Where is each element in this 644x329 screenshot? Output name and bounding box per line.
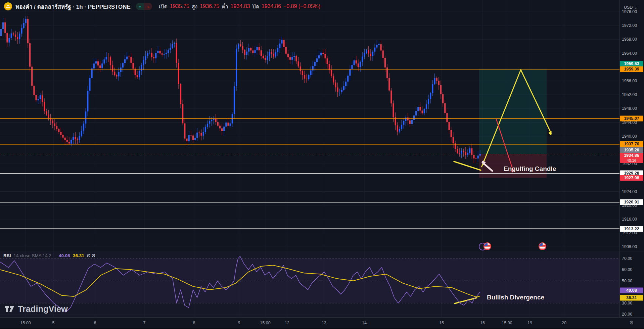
rsi-level-label: 36.31 bbox=[620, 295, 643, 301]
bullish-divergence-label: Bullish Divergence bbox=[487, 294, 544, 301]
price-level-label: 1935.20 bbox=[620, 147, 643, 153]
time-axis[interactable]: 15:005678915:00121314151615:001920 bbox=[0, 317, 644, 329]
rsi-level-label: 40.08 bbox=[620, 288, 643, 293]
time-tick: 15:00 bbox=[260, 321, 270, 325]
time-tick: 12 bbox=[285, 321, 289, 325]
price-level-label: 1937.70 bbox=[620, 141, 643, 147]
currency-label[interactable]: USD bbox=[624, 5, 633, 10]
open-value: 1935.75 bbox=[170, 3, 189, 9]
high-value: 1936.75 bbox=[200, 3, 219, 9]
time-tick: 20 bbox=[562, 321, 566, 325]
price-level-label: 1913.22 bbox=[620, 226, 643, 232]
chevron-down-icon: ⌄ bbox=[634, 5, 637, 10]
price-tick: 1968.00 bbox=[622, 37, 637, 42]
watermark-text: TradingView bbox=[18, 304, 68, 314]
rsi-tick: 50.00 bbox=[622, 279, 632, 283]
rsi-legend-buttons[interactable]: Ø Ø bbox=[87, 253, 95, 258]
bottom-edge-strip bbox=[0, 328, 644, 329]
price-tick: 1976.00 bbox=[622, 9, 637, 14]
tradingview-watermark: TradingView bbox=[5, 304, 68, 314]
time-tick: 5 bbox=[52, 321, 55, 325]
price-level-label: 1927.98 bbox=[620, 175, 643, 181]
rsi-tick: 20.00 bbox=[622, 312, 632, 317]
symbol-legend[interactable]: ทองคำ / ดอลลาร์สหรัฐ · 1h · PEPPERSTONE … bbox=[4, 2, 320, 10]
time-tick: 15:00 bbox=[502, 321, 512, 325]
ohlc-readout: เปิด1935.75 สูง1936.75 ต่ำ1934.83 ปิด193… bbox=[159, 2, 320, 11]
price-level-label: 1934.8640:16 bbox=[620, 153, 643, 163]
price-tick: 1924.00 bbox=[622, 189, 637, 194]
high-label: สูง bbox=[192, 2, 198, 11]
us-flag-icon[interactable] bbox=[539, 242, 546, 250]
time-tick: 19 bbox=[527, 321, 532, 325]
currency-selector[interactable]: USD ⌄ bbox=[624, 5, 638, 10]
price-tick: 1972.00 bbox=[622, 23, 637, 28]
close-label: ปิด bbox=[252, 2, 259, 11]
axis-settings-gear-icon[interactable]: ⚙ bbox=[629, 320, 634, 326]
price-tick: 1952.00 bbox=[622, 92, 637, 97]
price-tick: 1948.00 bbox=[622, 106, 637, 111]
price-level-label: 1945.07 bbox=[620, 116, 643, 122]
engulfing-candle-label: Engulfing Candle bbox=[504, 165, 556, 173]
price-tick: 1916.00 bbox=[622, 217, 637, 222]
rsi-value: 40.08 bbox=[59, 253, 70, 258]
time-tick: 15 bbox=[439, 321, 444, 325]
change-value: −0.89 (−0.05%) bbox=[283, 3, 320, 9]
price-level-label: 1920.91 bbox=[620, 199, 643, 205]
price-tick: 1956.00 bbox=[622, 79, 637, 83]
time-tick: 16 bbox=[480, 321, 485, 325]
low-label: ต่ำ bbox=[222, 2, 228, 11]
candles bbox=[0, 16, 481, 163]
rsi-indicator-legend[interactable]: RSI 14 close SMA 14 2 40.08 36.31 Ø Ø bbox=[3, 253, 95, 258]
price-tick: 1940.00 bbox=[622, 134, 637, 139]
open-label: เปิด bbox=[159, 2, 168, 11]
gold-bars-glyph bbox=[5, 4, 11, 9]
price-level-label: 1959.39 bbox=[620, 66, 643, 72]
rsi-params: 14 close SMA 14 2 bbox=[14, 253, 52, 258]
time-tick: 13 bbox=[322, 321, 326, 325]
price-tick: 1908.00 bbox=[622, 244, 637, 249]
time-tick: 6 bbox=[94, 321, 96, 325]
time-tick: 8 bbox=[193, 321, 195, 325]
tradingview-logo-icon bbox=[5, 305, 15, 314]
rsi-sma-value: 36.31 bbox=[73, 253, 84, 258]
rsi-tick: 60.00 bbox=[622, 267, 632, 272]
market-status-toggle[interactable]: ● ≈ bbox=[136, 3, 152, 10]
rsi-name[interactable]: RSI bbox=[3, 253, 11, 258]
market-open-dot-icon[interactable]: ● bbox=[136, 3, 144, 10]
rsi-tick: 70.00 bbox=[622, 256, 632, 261]
rsi-tick: 30.00 bbox=[622, 301, 632, 306]
notifications-icon[interactable]: ≈ bbox=[144, 3, 152, 10]
chart-canvas[interactable] bbox=[0, 0, 644, 329]
us-flag-icon[interactable] bbox=[484, 242, 491, 250]
economic-event-icon[interactable] bbox=[484, 242, 491, 250]
tradingview-chart-window: ทองคำ / ดอลลาร์สหรัฐ · 1h · PEPPERSTONE … bbox=[0, 0, 644, 329]
time-tick: 15:00 bbox=[20, 321, 31, 325]
price-level-label: 1959.53 bbox=[620, 61, 643, 66]
time-tick: 14 bbox=[362, 321, 367, 325]
symbol-title[interactable]: ทองคำ / ดอลลาร์สหรัฐ · 1h · PEPPERSTONE bbox=[15, 2, 131, 11]
gold-symbol-icon bbox=[4, 2, 12, 10]
low-value: 1934.83 bbox=[231, 3, 250, 9]
economic-event-icon[interactable] bbox=[539, 242, 546, 250]
close-value: 1934.86 bbox=[262, 3, 281, 9]
time-tick: 7 bbox=[143, 321, 146, 325]
price-tick: 1964.00 bbox=[622, 51, 637, 56]
time-tick: 9 bbox=[238, 321, 240, 325]
